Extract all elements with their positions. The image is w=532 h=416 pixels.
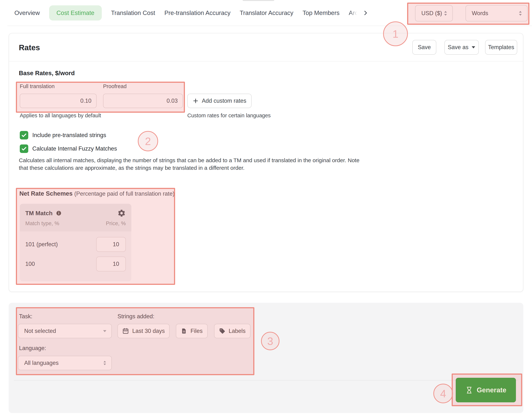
date-range-filter-button[interactable]: Last 30 days	[117, 324, 170, 338]
tabbar-divider	[7, 26, 532, 26]
language-select-value: All languages	[24, 360, 58, 366]
hourglass-icon	[465, 386, 473, 394]
card-header-divider	[9, 61, 523, 62]
proofread-rate-input[interactable]	[103, 94, 183, 108]
caret-down-icon	[471, 46, 475, 48]
tab-cost-estimate[interactable]: Cost Estimate	[49, 5, 102, 20]
files-filter-label: Files	[190, 328, 202, 334]
task-select[interactable]: Not selected	[18, 324, 112, 338]
chevron-right-icon	[362, 9, 369, 16]
language-select[interactable]: All languages	[18, 356, 112, 370]
proofread-label: Proofread	[103, 83, 126, 89]
save-button[interactable]: Save	[412, 40, 436, 55]
include-pretranslated-checkbox-row: Include pre-translated strings	[20, 131, 106, 140]
tm-match-info-button[interactable]	[56, 210, 62, 216]
date-range-filter-label: Last 30 days	[132, 328, 165, 334]
base-rates-hint: Applies to all languages by default	[20, 113, 101, 119]
generate-button-label: Generate	[477, 386, 506, 394]
labels-filter-button[interactable]: Labels	[214, 324, 250, 338]
save-as-button-label: Save as	[448, 44, 468, 51]
add-custom-rates-label: Add custom rates	[202, 97, 246, 104]
tm-match-card: TM Match Match type, % Pr	[20, 204, 131, 281]
caret-down-icon	[103, 330, 107, 332]
tab-top-members[interactable]: Top Members	[303, 9, 340, 17]
internal-fuzzy-label: Calculate Internal Fuzzy Matches	[32, 145, 117, 152]
check-icon	[21, 146, 27, 152]
rates-card: Rates Save Save as Templates Base Rates,…	[9, 33, 523, 292]
currency-select[interactable]: USD ($)	[415, 5, 453, 21]
panel-divider	[14, 380, 518, 380]
tab-translator-accuracy[interactable]: Translator Accuracy	[240, 9, 293, 17]
info-icon	[56, 210, 62, 216]
updown-arrows-icon	[103, 360, 107, 366]
net-rate-schemes-subtitle: (Percentage paid of full translation rat…	[74, 190, 175, 197]
full-translation-label: Full translation	[20, 83, 55, 89]
updown-arrows-icon	[518, 10, 522, 16]
tm-col-price: Price, %	[106, 220, 126, 227]
task-select-value: Not selected	[24, 328, 56, 334]
tab-translation-cost[interactable]: Translation Cost	[111, 9, 155, 17]
save-as-button[interactable]: Save as	[445, 40, 479, 55]
templates-button[interactable]: Templates	[485, 40, 517, 55]
fuzzy-matches-note: Calculates all internal matches, display…	[19, 156, 368, 172]
full-translation-rate-input[interactable]	[20, 94, 97, 108]
tm-match-101-price-input[interactable]	[96, 237, 126, 252]
include-pretranslated-checkbox[interactable]	[20, 131, 28, 140]
save-button-label: Save	[418, 44, 431, 51]
gear-icon	[117, 209, 126, 217]
tag-icon	[219, 328, 225, 334]
tm-match-row-100: 100	[20, 256, 131, 271]
calendar-icon	[122, 328, 129, 334]
language-label: Language:	[19, 345, 46, 351]
tab-overview[interactable]: Overview	[14, 9, 40, 17]
tm-row-label: 100	[25, 261, 35, 267]
strings-added-label: Strings added:	[117, 313, 154, 320]
tm-match-title: TM Match	[25, 210, 53, 217]
report-generator-panel: Task: Not selected Strings added: Last 3…	[9, 303, 523, 413]
base-rates-heading: Base Rates, $/word	[19, 70, 75, 77]
internal-fuzzy-checkbox-row: Calculate Internal Fuzzy Matches	[20, 144, 117, 153]
tm-match-rows: 101 (perfect) 100	[20, 237, 131, 271]
tm-match-100-price-input[interactable]	[96, 256, 126, 271]
net-rate-schemes-heading: Net Rate Schemes (Percentage paid of ful…	[19, 190, 175, 197]
tabs-overflow-button[interactable]	[362, 9, 369, 16]
add-custom-rates-button[interactable]: Add custom rates	[187, 94, 252, 108]
tm-row-label: 101 (perfect)	[25, 241, 58, 248]
file-icon	[181, 328, 187, 334]
currency-select-value: USD ($)	[421, 10, 442, 17]
tm-match-settings-button[interactable]	[117, 209, 126, 217]
page-title: Rates	[19, 43, 40, 52]
files-filter-button[interactable]: Files	[176, 324, 208, 338]
plus-icon	[192, 98, 199, 104]
custom-rates-hint: Custom rates for certain languages	[187, 113, 271, 119]
labels-filter-label: Labels	[229, 328, 246, 334]
net-rate-schemes-title: Net Rate Schemes	[19, 190, 73, 197]
tm-col-match-type: Match type, %	[25, 220, 59, 227]
internal-fuzzy-checkbox[interactable]	[20, 144, 28, 153]
check-icon	[21, 132, 27, 138]
unit-select-value: Words	[472, 10, 488, 17]
tab-archive-truncated[interactable]: Arc	[349, 9, 358, 17]
updown-arrows-icon	[444, 10, 447, 16]
tm-match-header: TM Match Match type, % Pr	[20, 204, 131, 231]
task-label: Task:	[19, 313, 32, 320]
tab-pre-translation-accuracy[interactable]: Pre-translation Accuracy	[164, 9, 230, 17]
generate-button[interactable]: Generate	[456, 378, 516, 402]
report-unit-select[interactable]: Words	[466, 5, 528, 21]
include-pretranslated-label: Include pre-translated strings	[32, 132, 106, 139]
templates-button-label: Templates	[488, 44, 514, 51]
tm-match-row-101: 101 (perfect)	[20, 237, 131, 252]
cost-estimate-report-screen: Overview Cost Estimate Translation Cost …	[0, 0, 532, 416]
